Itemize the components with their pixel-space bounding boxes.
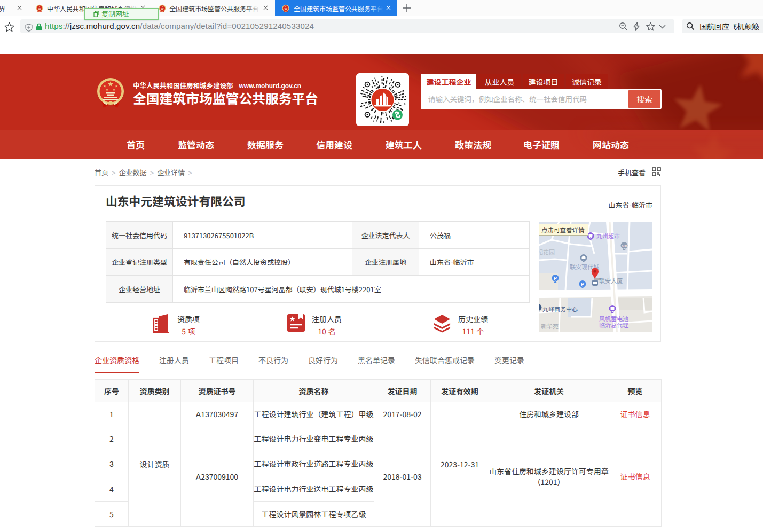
svg-text:九州超市: 九州超市	[596, 231, 620, 240]
svg-text:联安大厦: 联安大厦	[599, 276, 623, 285]
svg-text:临沂总代理: 临沂总代理	[599, 320, 628, 329]
svg-text:新华苑: 新华苑	[541, 322, 559, 330]
svg-text:九峰商务中心: 九峰商务中心	[542, 304, 578, 313]
svg-text:纪花园: 纪花园	[539, 247, 555, 256]
svg-text:P: P	[554, 276, 557, 281]
svg-text:P: P	[581, 281, 584, 287]
svg-text:点击可查看详情: 点击可查看详情	[541, 225, 585, 234]
svg-text:ATM: ATM	[622, 245, 627, 247]
